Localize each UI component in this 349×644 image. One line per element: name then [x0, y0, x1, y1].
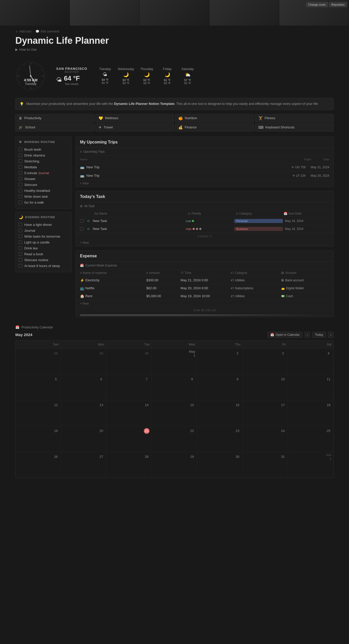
right-col: My Upcoming Trips ≡ Upcoming Trips Name …: [76, 137, 334, 321]
tasks-add-button[interactable]: + New: [76, 239, 333, 246]
cal-day-may22[interactable]: 22: [152, 426, 197, 452]
cal-day-may20[interactable]: 20: [61, 426, 107, 452]
checkbox-write-task[interactable]: [19, 195, 22, 198]
prev-month-button[interactable]: ‹: [305, 332, 310, 338]
cal-week-4: 19 20 21 22 23 24 25: [16, 426, 333, 452]
nav-productivity[interactable]: 🖥 Productivity: [15, 114, 94, 122]
how-to-use-toggle[interactable]: ▶ How to Use: [15, 48, 334, 51]
calendar-section-title: 📅 Productivity Calendar: [15, 325, 334, 329]
cal-day-may14[interactable]: 14: [106, 400, 152, 426]
dot-red: [193, 228, 195, 230]
checkbox-stretching[interactable]: [19, 159, 22, 163]
add-icon-action[interactable]: ☺ Add icon: [15, 30, 31, 33]
nav-school[interactable]: 🎓 School: [15, 123, 94, 131]
expense-add-button[interactable]: + New: [76, 300, 333, 307]
cat-utilities-1: 🏷 Utilities: [231, 279, 279, 282]
checkbox-skincare-routine[interactable]: [19, 258, 22, 262]
nav-travel[interactable]: ✈ Travel: [95, 123, 174, 131]
nav-keyboard[interactable]: ⌨ Keyboard Shortcuts: [255, 123, 334, 131]
cal-day-may2[interactable]: 2: [197, 349, 243, 374]
cal-day-may12[interactable]: 12: [16, 400, 61, 426]
checkbox-meditate[interactable]: [19, 165, 22, 169]
cal-day-may6[interactable]: 6: [61, 374, 107, 400]
task-checkbox-1[interactable]: [80, 219, 84, 223]
cal-day-may4[interactable]: 4: [288, 349, 333, 374]
cal-day-may21-today[interactable]: 21: [106, 426, 152, 452]
expense-sub-header: 📅 Current Week Expense: [76, 262, 333, 270]
cal-day-may9[interactable]: 9: [197, 374, 243, 400]
today-button[interactable]: Today: [312, 332, 326, 338]
cal-day-may7[interactable]: 7: [106, 374, 152, 400]
checkbox-write-tasks-tomorrow[interactable]: [19, 235, 22, 238]
calendar-grid: Sun Mon Tue Wed Thu Fri Sat 28 29 30 May…: [15, 340, 334, 478]
checkbox-candle[interactable]: [19, 240, 22, 244]
cal-day-may5[interactable]: 5: [16, 374, 61, 400]
checkbox-journal[interactable]: [19, 171, 22, 175]
open-calendar-button[interactable]: 📅 Open in Calendar: [267, 332, 303, 338]
task-checkbox-2[interactable]: [80, 227, 84, 231]
cal-day-may30[interactable]: 30: [197, 452, 243, 478]
cal-day-may23[interactable]: 23: [197, 426, 243, 452]
change-cover-button[interactable]: Change cover: [306, 2, 328, 7]
checkbox-walk[interactable]: [19, 201, 22, 204]
plane-icon: ✈: [292, 165, 294, 169]
checkbox-brush-teeth[interactable]: [19, 148, 22, 151]
checkbox-evening-journal[interactable]: [19, 229, 22, 232]
trips-add-button[interactable]: + New: [76, 180, 333, 187]
cal-day-may25[interactable]: 25: [288, 426, 333, 452]
cal-day-may1[interactable]: May 1: [152, 349, 197, 374]
cal-day-28-apr[interactable]: 28: [16, 349, 61, 374]
cal-day-may24[interactable]: 24: [243, 426, 288, 452]
forecast-tuesday: Tuesday 🌤 64 °F51 °F: [97, 67, 113, 85]
cal-day-may3[interactable]: 3: [243, 349, 288, 374]
cal-week-2: 5 6 7 8 9 10 11: [16, 374, 333, 400]
header-actions: ☺ Add icon 💬 Add comment: [15, 30, 334, 33]
checkbox-shower[interactable]: [19, 177, 22, 181]
cal-day-may16[interactable]: 16: [197, 400, 243, 426]
checkbox-skincare[interactable]: [19, 183, 22, 186]
cal-day-may31[interactable]: 31: [243, 452, 288, 478]
cal-day-may15[interactable]: 15: [152, 400, 197, 426]
scroll-bar[interactable]: [80, 314, 329, 316]
task-status-1: ⊙: [87, 219, 90, 223]
routine-item-skincare-routine: Skincare routine: [19, 257, 68, 263]
next-month-button[interactable]: ›: [328, 332, 334, 338]
priority-badge-high: High: [184, 227, 232, 231]
checkbox-drink-vitamins[interactable]: [19, 153, 22, 157]
nav-nutrition[interactable]: 🍊 Nutrition: [175, 114, 254, 122]
cal-day-30-apr[interactable]: 30: [106, 349, 152, 374]
banner-text: Maximize your productivity and streamlin…: [26, 101, 319, 106]
cal-day-may27[interactable]: 27: [61, 452, 107, 478]
fitness-icon: 🏋: [258, 116, 263, 120]
checkbox-read-book[interactable]: [19, 252, 22, 256]
cal-day-may18[interactable]: 18: [288, 400, 333, 426]
reposition-button[interactable]: Reposition: [329, 2, 347, 7]
morning-routine-header: ☀ MORNING ROUTINE: [19, 140, 68, 144]
nav-wellness[interactable]: 💛 Wellness: [95, 114, 174, 122]
cal-day-may11[interactable]: 11: [288, 374, 333, 400]
cal-day-may28[interactable]: 28: [106, 452, 152, 478]
expense-icon-1: ⚡: [80, 278, 84, 282]
cal-day-29-apr[interactable]: 29: [61, 349, 107, 374]
checkbox-tea[interactable]: [19, 246, 22, 250]
cal-day-may17[interactable]: 17: [243, 400, 288, 426]
checkbox-light-dinner[interactable]: [19, 223, 22, 226]
cal-day-may19[interactable]: 19: [16, 426, 61, 452]
routine-item-stretching: Stretching: [19, 158, 68, 164]
cal-day-may13[interactable]: 13: [61, 400, 107, 426]
nav-finance[interactable]: 💰 Finance: [175, 123, 254, 131]
svg-line-9: [24, 86, 25, 87]
cat-utilities-2: 🏷 Utilities: [231, 294, 279, 298]
moon-icon: 🌙: [19, 215, 23, 219]
add-comment-action[interactable]: 💬 Add comment: [36, 30, 59, 33]
checkbox-breakfast[interactable]: [19, 189, 22, 192]
cal-day-may8[interactable]: 8: [152, 374, 197, 400]
evening-routine-header: 🌙 EVENING ROUTINE: [19, 215, 68, 219]
cal-day-may26[interactable]: 26: [16, 452, 61, 478]
cal-day-may10[interactable]: 10: [243, 374, 288, 400]
cover-buttons: Change cover Reposition: [306, 2, 347, 7]
cal-day-jun1[interactable]: Jun 1: [288, 452, 333, 478]
cal-day-may29[interactable]: 29: [152, 452, 197, 478]
checkbox-sleep[interactable]: [19, 264, 22, 268]
nav-fitness[interactable]: 🏋 Fitness: [255, 114, 334, 122]
